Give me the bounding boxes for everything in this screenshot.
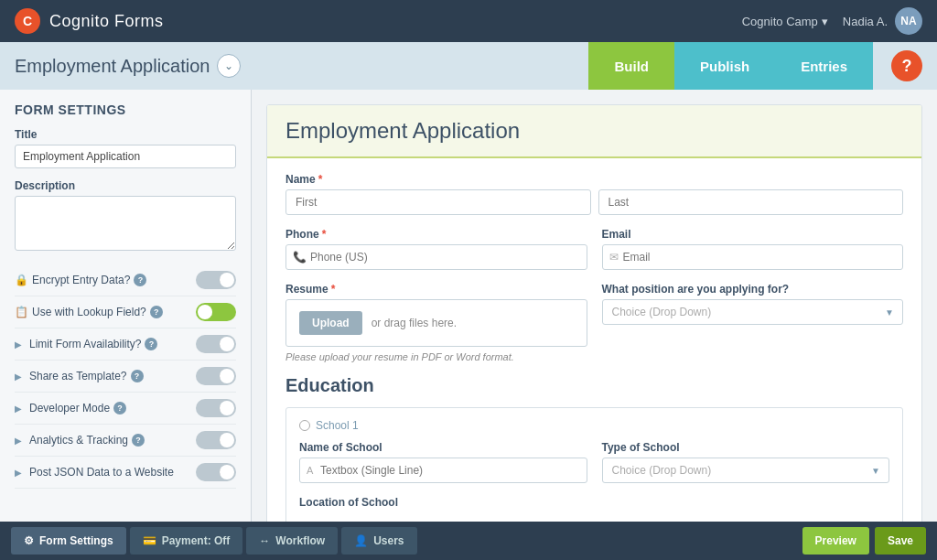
bottom-right-buttons: Preview Save bbox=[802, 527, 926, 555]
name-of-school-input[interactable] bbox=[299, 458, 587, 483]
form-title-heading: Employment Application bbox=[285, 118, 903, 144]
upload-button[interactable]: Upload bbox=[299, 311, 362, 335]
toggle-availability: ▶ Limit Form Availability? ? Off bbox=[15, 328, 236, 361]
toggle-encrypt: 🔒 Encrypt Entry Data? ? Off bbox=[15, 264, 236, 296]
phone-input[interactable] bbox=[285, 244, 587, 270]
resume-required-star: * bbox=[331, 283, 336, 296]
type-of-school-select-wrapper: Choice (Drop Down) bbox=[602, 458, 890, 483]
upload-note-text: Please upload your resume in PDF or Word… bbox=[285, 351, 587, 362]
form-body: Name * Phone * bbox=[267, 158, 921, 522]
tab-publish-label: Publish bbox=[700, 59, 749, 74]
collapse-button[interactable]: ⌄ bbox=[217, 54, 241, 78]
toggle-encrypt-label: 🔒 Encrypt Entry Data? bbox=[15, 274, 130, 286]
type-of-school-field: Type of School Choice (Drop Down) bbox=[602, 441, 890, 483]
availability-toggle-label: Off bbox=[220, 339, 232, 350]
title-field-group: Title bbox=[15, 128, 236, 168]
analytics-toggle-label: Off bbox=[220, 436, 232, 446]
school-subsection-title: School 1 bbox=[299, 419, 889, 432]
postjson-toggle[interactable]: Off bbox=[196, 463, 236, 481]
analytics-toggle[interactable]: Off bbox=[196, 431, 236, 449]
template-toggle[interactable]: Off bbox=[196, 367, 236, 385]
toggle-lookup: 📋 Use with Lookup Field? ? On bbox=[15, 296, 236, 328]
save-label: Save bbox=[888, 534, 913, 547]
toggle-developer-label: Developer Mode bbox=[29, 402, 110, 415]
toggle-postjson: ▶ Post JSON Data to a Website Off bbox=[15, 457, 236, 489]
email-label: Email bbox=[602, 228, 904, 241]
top-nav-right: Cognito Camp ▾ Nadia A. NA bbox=[742, 7, 922, 35]
phone-icon: 📞 bbox=[293, 251, 307, 264]
lookup-help-icon[interactable]: ? bbox=[150, 306, 163, 318]
workflow-button[interactable]: ↔ Workflow bbox=[246, 527, 338, 555]
toggle-template-label-group: ▶ Share as Template? ? bbox=[15, 370, 144, 382]
type-of-school-select[interactable]: Choice (Drop Down) bbox=[602, 458, 890, 483]
main-layout: Form Settings Title Description 🔒 Encryp… bbox=[0, 90, 937, 522]
sidebar-section-title: Form Settings bbox=[15, 102, 236, 117]
logo-icon: C bbox=[15, 8, 40, 34]
encrypt-toggle[interactable]: Off bbox=[196, 271, 236, 289]
availability-help-icon[interactable]: ? bbox=[145, 338, 157, 350]
form-settings-button[interactable]: ⚙ Form Settings bbox=[11, 527, 126, 555]
description-field-group: Description bbox=[15, 179, 236, 253]
help-button[interactable]: ? bbox=[891, 50, 922, 81]
toggle-availability-label-group: ▶ Limit Form Availability? ? bbox=[15, 338, 157, 350]
encrypt-help-icon[interactable]: ? bbox=[134, 274, 146, 286]
analytics-expand-icon[interactable]: ▶ bbox=[15, 436, 22, 446]
sidebar: Form Settings Title Description 🔒 Encryp… bbox=[0, 90, 252, 522]
education-title: Education bbox=[285, 375, 903, 396]
template-expand-icon[interactable]: ▶ bbox=[15, 372, 22, 382]
position-label: What position are you applying for? bbox=[602, 283, 904, 296]
position-select-wrapper: Choice (Drop Down) bbox=[602, 299, 904, 325]
radio-dot-icon bbox=[299, 420, 310, 431]
toggle-developer-label-group: ▶ Developer Mode ? bbox=[15, 402, 126, 415]
template-toggle-label: Off bbox=[220, 372, 232, 382]
tab-build[interactable]: Build bbox=[588, 42, 674, 90]
payment-label: Payment: Off bbox=[162, 534, 231, 547]
help-icon: ? bbox=[902, 57, 912, 76]
save-button[interactable]: Save bbox=[875, 527, 926, 555]
name-of-school-field: Name of School A bbox=[299, 441, 587, 483]
name-of-school-input-wrapper: A bbox=[299, 458, 587, 483]
resume-label: Resume * bbox=[285, 283, 587, 296]
preview-button[interactable]: Preview bbox=[802, 527, 869, 555]
toggle-template-label: Share as Template? bbox=[29, 370, 127, 382]
name-required-star: * bbox=[318, 173, 323, 186]
toggle-availability-label: Limit Form Availability? bbox=[29, 338, 141, 350]
nav-tabs: Build Publish Entries bbox=[588, 42, 873, 90]
location-of-school-field: Location of School bbox=[299, 496, 889, 512]
org-selector[interactable]: Cognito Camp ▾ bbox=[742, 15, 828, 28]
toggle-lookup-label: 📋 Use with Lookup Field? bbox=[15, 306, 146, 318]
developer-toggle[interactable]: Off bbox=[196, 399, 236, 417]
toggle-analytics-label-group: ▶ Analytics & Tracking ? bbox=[15, 434, 145, 447]
users-button[interactable]: 👤 Users bbox=[341, 527, 416, 555]
phone-field: Phone * 📞 bbox=[285, 228, 587, 270]
lookup-toggle[interactable]: On bbox=[196, 303, 236, 321]
email-input[interactable] bbox=[602, 244, 904, 270]
name-last-input[interactable] bbox=[598, 189, 904, 215]
lookup-icon: 📋 bbox=[15, 306, 28, 318]
developer-help-icon[interactable]: ? bbox=[113, 402, 126, 415]
availability-toggle[interactable]: Off bbox=[196, 335, 236, 353]
title-input[interactable] bbox=[15, 145, 236, 168]
postjson-expand-icon[interactable]: ▶ bbox=[15, 468, 22, 478]
school-name-type-row: Name of School A Type of School bbox=[299, 441, 889, 483]
phone-email-row: Phone * 📞 Email ✉ bbox=[285, 228, 903, 270]
resume-position-row: Resume * Upload or drag files here. Plea… bbox=[285, 283, 903, 362]
developer-expand-icon[interactable]: ▶ bbox=[15, 404, 22, 414]
top-navigation: C Cognito Forms Cognito Camp ▾ Nadia A. … bbox=[0, 0, 937, 42]
workflow-icon: ↔ bbox=[259, 534, 270, 547]
encrypt-toggle-label: Off bbox=[220, 275, 232, 285]
payment-button[interactable]: 💳 Payment: Off bbox=[130, 527, 243, 555]
name-first-input[interactable] bbox=[285, 189, 591, 215]
tab-publish[interactable]: Publish bbox=[674, 42, 775, 90]
template-help-icon[interactable]: ? bbox=[131, 370, 144, 382]
analytics-help-icon[interactable]: ? bbox=[132, 434, 145, 447]
org-chevron-icon: ▾ bbox=[822, 15, 828, 28]
description-textarea[interactable] bbox=[15, 196, 236, 251]
app-brand: Cognito Forms bbox=[49, 12, 164, 31]
phone-required-star: * bbox=[322, 228, 327, 241]
preview-label: Preview bbox=[815, 534, 856, 547]
user-area[interactable]: Nadia A. NA bbox=[843, 7, 922, 35]
position-select[interactable]: Choice (Drop Down) bbox=[602, 299, 904, 325]
tab-entries[interactable]: Entries bbox=[775, 42, 873, 90]
availability-expand-icon[interactable]: ▶ bbox=[15, 339, 22, 350]
